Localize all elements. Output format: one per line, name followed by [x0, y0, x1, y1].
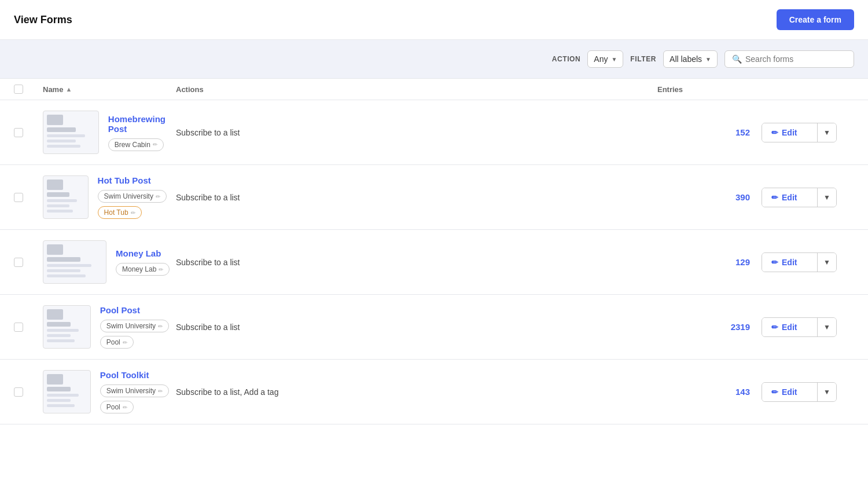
edit-pencil-icon: ✏ — [771, 193, 778, 202]
edit-label: Edit — [782, 258, 797, 267]
tag-edit-icon: ✏ — [156, 193, 160, 200]
name-col-wrap: Hot Tub PostSwim University ✏Hot Tub ✏ — [43, 175, 176, 219]
entries-col-label: Entries — [657, 85, 683, 94]
create-form-button[interactable]: Create a form — [777, 9, 854, 30]
edit-dropdown-button[interactable]: ▼ — [818, 383, 836, 401]
table-row: Hot Tub PostSwim University ✏Hot Tub ✏Su… — [0, 165, 868, 230]
table-row: Pool ToolkitSwim University ✏Pool ✏Subsc… — [0, 360, 868, 424]
form-title-link[interactable]: Hot Tub Post — [98, 175, 176, 185]
row-checkbox-cell — [14, 193, 43, 202]
form-tag[interactable]: Pool ✏ — [100, 336, 134, 349]
tag-edit-icon: ✏ — [123, 339, 127, 346]
edit-button[interactable]: ✏Edit — [762, 188, 818, 207]
form-entries-count: 2319 — [657, 322, 762, 332]
tag-label: Swim University — [104, 192, 153, 200]
form-tags: Swim University ✏Hot Tub ✏ — [98, 190, 176, 219]
edit-dropdown-button[interactable]: ▼ — [818, 318, 836, 336]
name-col-label: Name — [43, 85, 63, 94]
tag-edit-icon: ✏ — [158, 388, 163, 394]
form-name-cell: Homebrewing PostBrew Cabin ✏ — [99, 114, 176, 151]
edit-pencil-icon: ✏ — [771, 387, 778, 397]
edit-pencil-icon: ✏ — [771, 258, 778, 267]
form-thumbnail — [43, 240, 106, 284]
tag-edit-icon: ✏ — [131, 210, 135, 216]
filter-label: FILTER — [630, 55, 656, 63]
table-row: Money LabMoney Lab ✏Subscribe to a list1… — [0, 230, 868, 295]
row-checkbox-cell — [14, 128, 43, 137]
actions-col-label: Actions — [176, 85, 204, 94]
form-name-cell: Money LabMoney Lab ✏ — [106, 248, 170, 276]
row-checkbox[interactable] — [14, 323, 23, 332]
edit-button[interactable]: ✏Edit — [762, 123, 818, 142]
select-all-checkbox-cell — [14, 85, 43, 94]
row-checkbox[interactable] — [14, 387, 23, 397]
form-tag[interactable]: Money Lab ✏ — [116, 263, 170, 276]
table-body: Homebrewing PostBrew Cabin ✏Subscribe to… — [0, 100, 868, 424]
tag-label: Brew Cabin — [115, 141, 150, 149]
form-action-text: Subscribe to a list — [176, 323, 657, 332]
name-column-header[interactable]: Name ▲ — [43, 85, 176, 94]
tag-label: Swim University — [106, 387, 156, 395]
form-tag[interactable]: Hot Tub ✏ — [98, 206, 142, 219]
edit-button[interactable]: ✏Edit — [762, 318, 818, 336]
edit-dropdown-chevron-icon: ▼ — [823, 388, 830, 396]
form-tag[interactable]: Pool ✏ — [100, 401, 134, 413]
form-action-text: Subscribe to a list — [176, 193, 657, 202]
name-col-wrap: Pool PostSwim University ✏Pool ✏ — [43, 305, 176, 349]
edit-label: Edit — [782, 128, 797, 137]
form-tags: Money Lab ✏ — [116, 263, 170, 276]
row-checkbox[interactable] — [14, 128, 23, 137]
form-tag[interactable]: Swim University ✏ — [98, 190, 167, 203]
entries-column-header: Entries — [657, 85, 762, 94]
edit-dropdown-chevron-icon: ▼ — [823, 258, 830, 266]
edit-pencil-icon: ✏ — [771, 128, 778, 137]
edit-button[interactable]: ✏Edit — [762, 383, 818, 401]
tag-edit-icon: ✏ — [159, 266, 163, 273]
search-input[interactable] — [745, 54, 847, 64]
form-name-cell: Pool PostSwim University ✏Pool ✏ — [91, 305, 176, 349]
edit-button[interactable]: ✏Edit — [762, 253, 818, 272]
form-tag[interactable]: Brew Cabin ✏ — [108, 138, 164, 151]
page-header: View Forms Create a form — [0, 0, 868, 40]
edit-dropdown-button[interactable]: ▼ — [818, 188, 836, 207]
action-dropdown-chevron-icon: ▼ — [611, 56, 617, 63]
search-icon: 🔍 — [732, 54, 742, 64]
action-label: ACTION — [552, 55, 581, 63]
form-title-link[interactable]: Pool Post — [100, 305, 176, 315]
table-header: Name ▲ Actions Entries — [0, 79, 868, 100]
tag-label: Money Lab — [122, 265, 156, 273]
form-action-text: Subscribe to a list — [176, 128, 657, 137]
form-entries-count: 390 — [657, 192, 762, 202]
edit-area: ✏Edit▼ — [762, 317, 837, 337]
page-title: View Forms — [14, 14, 72, 26]
edit-dropdown-button[interactable]: ▼ — [818, 253, 836, 272]
row-checkbox[interactable] — [14, 193, 23, 202]
edit-dropdown-chevron-icon: ▼ — [823, 193, 830, 202]
form-tags: Swim University ✏Pool ✏ — [100, 385, 176, 413]
form-title-link[interactable]: Homebrewing Post — [108, 114, 176, 134]
form-entries-count: 129 — [657, 257, 762, 267]
form-thumbnail — [43, 305, 91, 349]
form-title-link[interactable]: Money Lab — [116, 248, 170, 258]
edit-dropdown-button[interactable]: ▼ — [818, 123, 836, 142]
row-checkbox-cell — [14, 258, 43, 267]
tag-edit-icon: ✏ — [158, 323, 163, 329]
select-all-checkbox[interactable] — [14, 85, 23, 94]
form-entries-count: 143 — [657, 387, 762, 397]
filter-dropdown[interactable]: All labels ▼ — [663, 50, 718, 68]
edit-area: ✏Edit▼ — [762, 252, 837, 272]
action-dropdown[interactable]: Any ▼ — [587, 50, 623, 68]
tag-label: Pool — [106, 403, 120, 411]
form-tag[interactable]: Swim University ✏ — [100, 385, 169, 397]
row-checkbox[interactable] — [14, 258, 23, 267]
sort-asc-icon: ▲ — [65, 86, 72, 93]
form-name-cell: Pool ToolkitSwim University ✏Pool ✏ — [91, 370, 176, 413]
tag-label: Hot Tub — [104, 208, 128, 217]
form-tag[interactable]: Swim University ✏ — [100, 320, 169, 332]
form-title-link[interactable]: Pool Toolkit — [100, 370, 176, 380]
form-entries-count: 152 — [657, 127, 762, 137]
edit-label: Edit — [782, 387, 797, 397]
tag-edit-icon: ✏ — [153, 141, 157, 148]
name-col-wrap: Homebrewing PostBrew Cabin ✏ — [43, 111, 176, 154]
row-checkbox-cell — [14, 387, 43, 397]
